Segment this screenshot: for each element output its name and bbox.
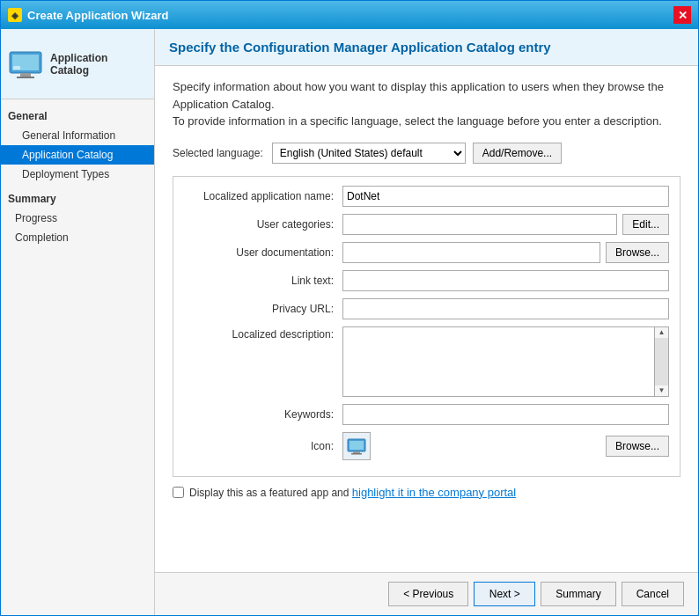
main-title: Specify the Configuration Manager Applic… xyxy=(169,40,684,55)
sidebar-header-label: Application Catalog xyxy=(50,52,147,77)
keywords-row: Keywords: xyxy=(184,404,669,425)
sidebar-item-progress[interactable]: Progress xyxy=(1,209,154,228)
loc-desc-label: Localized description: xyxy=(184,326,342,341)
user-doc-label: User documentation: xyxy=(184,246,342,259)
keywords-label: Keywords: xyxy=(184,408,342,421)
cancel-button[interactable]: Cancel xyxy=(622,582,684,606)
main-panel: Specify the Configuration Manager Applic… xyxy=(155,29,698,615)
main-body: Specify information about how you want t… xyxy=(155,66,698,572)
previous-button[interactable]: < Previous xyxy=(388,582,468,606)
app-name-input[interactable] xyxy=(342,186,669,207)
desc-textarea-wrapper: ▲ ▼ xyxy=(342,326,669,397)
user-doc-row: User documentation: Browse... xyxy=(184,242,669,263)
default-icon xyxy=(346,436,367,457)
window-title: Create Application Wizard xyxy=(27,9,168,22)
link-text-row: Link text: xyxy=(184,270,669,291)
app-name-row: Localized application name: xyxy=(184,186,669,207)
sidebar-item-summary[interactable]: Summary xyxy=(1,189,154,209)
link-text-label: Link text: xyxy=(184,275,342,287)
user-categories-row: User categories: Edit... xyxy=(184,214,669,235)
language-row: Selected language: English (United State… xyxy=(173,143,681,164)
privacy-url-input[interactable] xyxy=(342,298,669,319)
next-button[interactable]: Next > xyxy=(474,582,535,606)
create-application-wizard: ◈ Create Application Wizard ✕ Applicatio… xyxy=(0,0,699,616)
svg-rect-7 xyxy=(353,451,360,453)
sidebar-item-app-catalog[interactable]: Application Catalog xyxy=(1,145,154,165)
svg-rect-6 xyxy=(350,441,364,450)
keywords-input[interactable] xyxy=(342,404,669,425)
app-name-label: Localized application name: xyxy=(184,190,342,202)
title-bar: ◈ Create Application Wizard ✕ xyxy=(1,1,698,29)
description-text: Specify information about how you want t… xyxy=(173,78,681,130)
app-catalog-icon xyxy=(8,47,43,82)
desc-scrollbar: ▲ ▼ xyxy=(655,326,669,397)
privacy-url-row: Privacy URL: xyxy=(184,298,669,319)
highlight-link[interactable]: highlight it in the company portal xyxy=(352,486,516,499)
sidebar-item-completion[interactable]: Completion xyxy=(1,228,154,247)
featured-app-checkbox[interactable] xyxy=(173,487,184,498)
icon-label: Icon: xyxy=(184,440,342,452)
sidebar: Application Catalog General General Info… xyxy=(1,29,155,615)
sidebar-nav: General General Information Application … xyxy=(1,99,154,254)
sidebar-header: Application Catalog xyxy=(1,29,154,99)
edit-categories-button[interactable]: Edit... xyxy=(622,214,669,235)
sidebar-item-general-info[interactable]: General Information xyxy=(1,126,154,145)
browse-doc-button[interactable]: Browse... xyxy=(606,242,669,263)
bottom-bar: < Previous Next > Summary Cancel xyxy=(155,572,698,615)
link-text-input[interactable] xyxy=(342,270,669,291)
form-section: Localized application name: User categor… xyxy=(173,176,681,477)
featured-app-label: Display this as a featured app and highl… xyxy=(189,486,516,499)
loc-desc-textarea[interactable] xyxy=(342,326,655,397)
scroll-down-icon[interactable]: ▼ xyxy=(657,385,667,396)
svg-rect-3 xyxy=(17,77,34,78)
user-categories-input[interactable] xyxy=(342,214,617,235)
content-area: Application Catalog General General Info… xyxy=(1,29,698,615)
svg-rect-4 xyxy=(13,66,20,70)
sidebar-item-deployment-types[interactable]: Deployment Types xyxy=(1,165,154,184)
featured-app-row: Display this as a featured app and highl… xyxy=(173,486,681,499)
icon-preview xyxy=(342,432,371,460)
user-doc-input[interactable] xyxy=(342,242,600,263)
user-categories-label: User categories: xyxy=(184,218,342,231)
main-header: Specify the Configuration Manager Applic… xyxy=(155,29,698,66)
add-remove-language-button[interactable]: Add/Remove... xyxy=(473,143,562,164)
scroll-up-icon[interactable]: ▲ xyxy=(657,327,667,338)
title-bar-left: ◈ Create Application Wizard xyxy=(8,8,168,22)
browse-icon-button[interactable]: Browse... xyxy=(606,436,669,457)
close-button[interactable]: ✕ xyxy=(673,6,691,24)
summary-button[interactable]: Summary xyxy=(541,582,615,606)
sidebar-item-general[interactable]: General xyxy=(1,106,154,126)
lang-label: Selected language: xyxy=(173,147,263,159)
description-textarea-row: Localized description: ▲ ▼ xyxy=(184,326,669,397)
svg-rect-8 xyxy=(351,453,362,455)
language-select[interactable]: English (United States) default French (… xyxy=(272,143,466,164)
svg-rect-2 xyxy=(20,73,31,77)
scroll-track xyxy=(655,338,668,385)
icon-row: Icon: Browse... xyxy=(184,432,669,460)
privacy-url-label: Privacy URL: xyxy=(184,303,342,315)
window-icon: ◈ xyxy=(8,8,22,22)
